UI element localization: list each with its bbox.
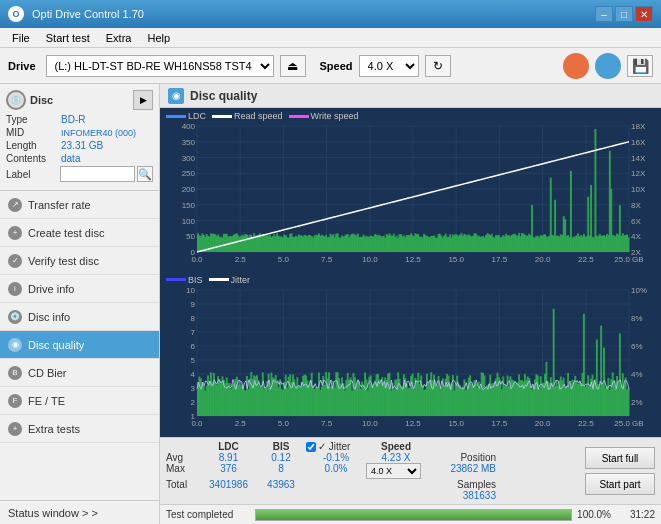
nav-label-cd-bier: CD Bier [28,367,67,379]
menu-help[interactable]: Help [139,30,178,46]
write-speed-color [289,115,309,118]
total-row: Total 3401986 43963 Samples [166,479,573,490]
content-area: ◉ Disc quality LDC Read speed [160,84,661,524]
avg-bis: 0.12 [256,452,306,463]
menu-extra[interactable]: Extra [98,30,140,46]
nav-label-create-test-disc: Create test disc [28,227,104,239]
nav-label-fe-te: FE / TE [28,395,65,407]
sidebar-item-create-test-disc[interactable]: + Create test disc [0,219,159,247]
bis-header: BIS [256,441,306,452]
legend-ldc-label: LDC [188,111,206,121]
minimize-button[interactable]: – [595,6,613,22]
verify-test-disc-icon: ✓ [8,254,22,268]
type-label: Type [6,114,61,125]
legend-ldc: LDC [166,111,206,121]
maximize-button[interactable]: □ [615,6,633,22]
legend-read-speed-label: Read speed [234,111,283,121]
nav-label-extra-tests: Extra tests [28,423,80,435]
max-row: Max 376 8 0.0% 4.0 X 23862 MB [166,463,573,479]
legend-write-speed-label: Write speed [311,111,359,121]
status-text: Test completed [166,509,251,520]
status-window-label: Status window > > [8,507,98,519]
length-label: Length [6,140,61,151]
progress-percent: 100.0% [576,509,611,520]
label-label: Label [6,169,60,180]
disc-panel: 💿 Disc ▶ Type BD-R MID INFOMER40 (000) L… [0,84,159,191]
progress-bar [256,510,571,520]
action-buttons: Start full Start part [579,438,661,504]
disc-quality-icon: ◉ [8,338,22,352]
type-value: BD-R [61,114,153,125]
status-window-item[interactable]: Status window > > [0,500,159,524]
close-button[interactable]: ✕ [635,6,653,22]
legend-jitter: Jitter [209,275,251,285]
stats-main: LDC BIS ✓ Jitter Speed Avg 8.91 0.12 -0.… [160,438,579,504]
samples-row: 381633 [166,490,573,501]
sidebar-item-cd-bier[interactable]: B CD Bier [0,359,159,387]
disc-quality-header: ◉ Disc quality [160,84,661,108]
max-label: Max [166,463,201,479]
ldc-header: LDC [201,441,256,452]
sidebar-item-drive-info[interactable]: i Drive info [0,275,159,303]
sidebar-item-transfer-rate[interactable]: ↗ Transfer rate [0,191,159,219]
contents-label: Contents [6,153,61,164]
start-part-button[interactable]: Start part [585,473,655,495]
max-ldc: 376 [201,463,256,479]
avg-ldc: 8.91 [201,452,256,463]
chart2-legend: BIS Jitter [162,274,659,286]
disc-icon: 💿 [6,90,26,110]
avg-label: Avg [166,452,201,463]
drive-select[interactable]: (L:) HL-DT-ST BD-RE WH16NS58 TST4 [46,55,274,77]
jitter-checkbox[interactable] [306,442,316,452]
disc-options-btn[interactable]: ▶ [133,90,153,110]
menu-file[interactable]: File [4,30,38,46]
mid-label: MID [6,127,61,138]
titlebar-title: Opti Drive Control 1.70 [32,8,144,20]
menu-starttest[interactable]: Start test [38,30,98,46]
create-test-disc-icon: + [8,226,22,240]
sidebar-item-disc-info[interactable]: 💿 Disc info [0,303,159,331]
eject-button[interactable]: ⏏ [280,55,306,77]
sidebar-item-verify-test-disc[interactable]: ✓ Verify test disc [0,247,159,275]
max-jitter: 0.0% [306,463,366,479]
titlebar: O Opti Drive Control 1.70 – □ ✕ [0,0,661,28]
jitter-check-label: ✓ Jitter [318,441,350,452]
bis-jitter-chart [162,286,659,434]
label-btn[interactable]: 🔍 [137,166,153,182]
position-label: Position [426,452,496,463]
speed-select-bottom[interactable]: 4.0 X [366,463,421,479]
disc-info-icon: 💿 [8,310,22,324]
toolbar-btn-3[interactable]: 💾 [627,55,653,77]
main-layout: 💿 Disc ▶ Type BD-R MID INFOMER40 (000) L… [0,84,661,524]
sidebar-item-disc-quality[interactable]: ◉ Disc quality [0,331,159,359]
ldc-chart [162,122,659,270]
ldc-color [166,115,186,118]
contents-value: data [61,153,153,164]
start-full-button[interactable]: Start full [585,447,655,469]
sidebar-item-fe-te[interactable]: F FE / TE [0,387,159,415]
refresh-button[interactable]: ↻ [425,55,451,77]
samples-label: Samples [426,479,496,490]
legend-bis: BIS [166,275,203,285]
stats-headers-row: LDC BIS ✓ Jitter Speed [166,441,573,452]
speed-select[interactable]: 4.0 X [359,55,419,77]
chart1-legend: LDC Read speed Write speed [162,110,659,122]
charts-wrapper: LDC Read speed Write speed [160,108,661,437]
sidebar-item-extra-tests[interactable]: + Extra tests [0,415,159,443]
nav-label-disc-info: Disc info [28,311,70,323]
sidebar: 💿 Disc ▶ Type BD-R MID INFOMER40 (000) L… [0,84,160,524]
read-speed-color [212,115,232,118]
chart1-container: LDC Read speed Write speed [162,110,659,272]
total-ldc: 3401986 [201,479,256,490]
progress-bar-area: Test completed 100.0% 31:22 [160,504,661,524]
total-bis: 43963 [256,479,306,490]
jitter-check-cell: ✓ Jitter [306,441,366,452]
toolbar-btn-2[interactable] [595,53,621,79]
legend-write-speed: Write speed [289,111,359,121]
jitter-color [209,278,229,281]
toolbar-btn-1[interactable] [563,53,589,79]
label-input[interactable] [60,166,135,182]
bottom-stats-area: LDC BIS ✓ Jitter Speed Avg 8.91 0.12 -0.… [160,437,661,504]
disc-quality-title: Disc quality [190,89,257,103]
chart2-container: BIS Jitter [162,274,659,436]
